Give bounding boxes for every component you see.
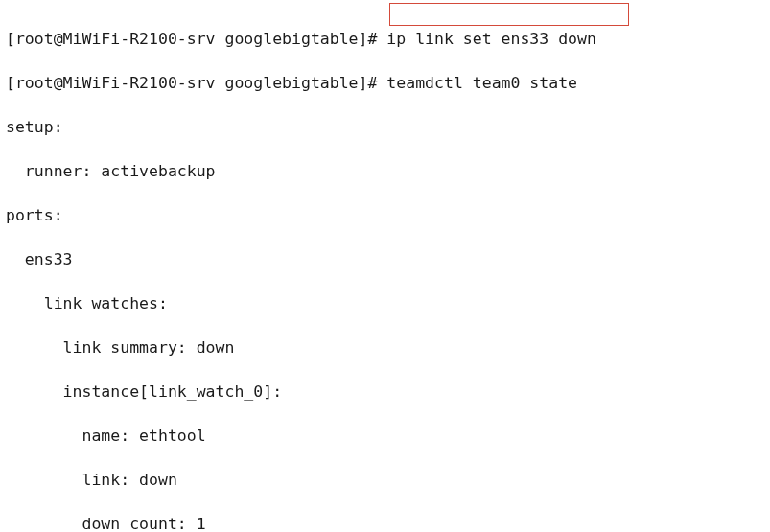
output-line: name: ethtool: [6, 425, 764, 447]
output-line: runner: activebackup: [6, 160, 764, 182]
terminal-output[interactable]: [root@MiWiFi-R2100-srv googlebigtable]# …: [0, 0, 770, 532]
output-line: instance[link_watch_0]:: [6, 381, 764, 403]
prompt-line-1: [root@MiWiFi-R2100-srv googlebigtable]# …: [6, 28, 764, 50]
output-line: down count: 1: [6, 513, 764, 532]
prompt-line-2: [root@MiWiFi-R2100-srv googlebigtable]# …: [6, 72, 764, 94]
output-line: link summary: down: [6, 336, 764, 359]
output-line: ports:: [6, 204, 764, 226]
output-line: ens33: [6, 248, 764, 270]
command-1: ip link set ens33 down: [386, 30, 596, 48]
command-2: teamdctl team0 state: [386, 74, 577, 92]
shell-prompt: [root@MiWiFi-R2100-srv googlebigtable]#: [6, 74, 386, 92]
output-line: link watches:: [6, 292, 764, 314]
output-line: link: down: [6, 469, 764, 491]
shell-prompt: [root@MiWiFi-R2100-srv googlebigtable]#: [6, 30, 386, 48]
output-line: setup:: [6, 116, 764, 138]
